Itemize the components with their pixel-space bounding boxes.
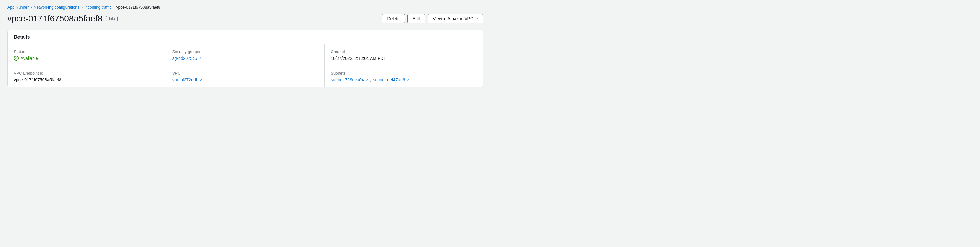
status-available-icon <box>14 56 19 61</box>
details-row-1: Status Available Security groups sg-bd20… <box>8 45 483 66</box>
vpc-label: VPC <box>172 71 318 75</box>
status-value: Available <box>14 56 160 61</box>
breadcrumb-separator-3: › <box>113 5 115 10</box>
details-body: Status Available Security groups sg-bd20… <box>8 45 483 87</box>
security-group-external-icon: ↗ <box>199 56 201 61</box>
info-badge-button[interactable]: Info <box>106 16 118 21</box>
security-groups-label: Security groups <box>172 49 318 54</box>
subnet-2-text: subnet-eef47ab6 <box>373 77 405 82</box>
subnets-label: Subnets <box>331 71 477 75</box>
details-card-header: Details <box>8 30 483 45</box>
created-cell: Created 10/27/2022, 2:12:04 AM PDT <box>325 45 483 66</box>
breadcrumb-networking-configurations[interactable]: Networking configurations <box>33 5 80 10</box>
subnet-1-external-icon: ↗ <box>365 78 368 82</box>
security-group-link[interactable]: sg-bd2075c5 ↗ <box>172 56 201 61</box>
edit-button[interactable]: Edit <box>407 14 425 23</box>
vpc-endpoint-id-value: vpce-0171f67508a5faef8 <box>14 77 160 82</box>
details-card: Details Status Available Security groups <box>7 30 484 88</box>
page-title: vpce-0171f67508a5faef8 <box>7 14 102 24</box>
status-cell: Status Available <box>8 45 166 66</box>
vpc-value: vpc-bf272ddb ↗ <box>172 77 318 82</box>
subnet-separator: , <box>370 77 371 82</box>
details-heading: Details <box>14 34 477 40</box>
subnet-2-link[interactable]: subnet-eef47ab6 ↗ <box>373 77 409 82</box>
page-title-group: vpce-0171f67508a5faef8 Info <box>7 14 118 24</box>
vpc-endpoint-id-label: VPC Endpoint Id <box>14 71 160 75</box>
status-label: Status <box>14 49 160 54</box>
vpc-endpoint-id-cell: VPC Endpoint Id vpce-0171f67508a5faef8 <box>8 66 166 87</box>
view-in-amazon-vpc-button[interactable]: View in Amazon VPC ↗ <box>428 14 484 23</box>
breadcrumb-separator-1: › <box>30 5 32 10</box>
details-row-2: VPC Endpoint Id vpce-0171f67508a5faef8 V… <box>8 66 483 87</box>
status-text: Available <box>21 56 38 61</box>
subnets-cell: Subnets subnet-729cea04 ↗ , subnet-eef47… <box>325 66 483 87</box>
breadcrumb-app-runner[interactable]: App Runner <box>7 5 29 10</box>
security-groups-value: sg-bd2075c5 ↗ <box>172 56 318 61</box>
vpc-link[interactable]: vpc-bf272ddb ↗ <box>172 77 202 82</box>
header-actions: Delete Edit View in Amazon VPC ↗ <box>382 14 484 23</box>
created-label: Created <box>331 49 477 54</box>
breadcrumb: App Runner › Networking configurations ›… <box>7 5 484 10</box>
subnet-1-link[interactable]: subnet-729cea04 ↗ <box>331 77 368 82</box>
subnets-value: subnet-729cea04 ↗ , subnet-eef47ab6 ↗ <box>331 77 477 82</box>
subnet-2-external-icon: ↗ <box>406 78 409 82</box>
view-in-amazon-vpc-label: View in Amazon VPC <box>433 16 473 21</box>
breadcrumb-separator-2: › <box>81 5 83 10</box>
created-value: 10/27/2022, 2:12:04 AM PDT <box>331 56 477 61</box>
security-groups-cell: Security groups sg-bd2075c5 ↗ <box>166 45 325 66</box>
breadcrumb-current: vpce-0171f67508a5faef8 <box>116 5 161 10</box>
subnet-1-text: subnet-729cea04 <box>331 77 364 82</box>
page-header: vpce-0171f67508a5faef8 Info Delete Edit … <box>7 14 484 24</box>
page-container: App Runner › Networking configurations ›… <box>0 0 491 92</box>
breadcrumb-incoming-traffic[interactable]: Incoming traffic <box>84 5 111 10</box>
delete-button[interactable]: Delete <box>382 14 404 23</box>
vpc-link-text: vpc-bf272ddb <box>172 77 199 82</box>
vpc-cell: VPC vpc-bf272ddb ↗ <box>166 66 325 87</box>
vpc-external-icon: ↗ <box>200 78 202 82</box>
external-link-icon: ↗ <box>475 17 478 21</box>
security-group-text: sg-bd2075c5 <box>172 56 197 61</box>
